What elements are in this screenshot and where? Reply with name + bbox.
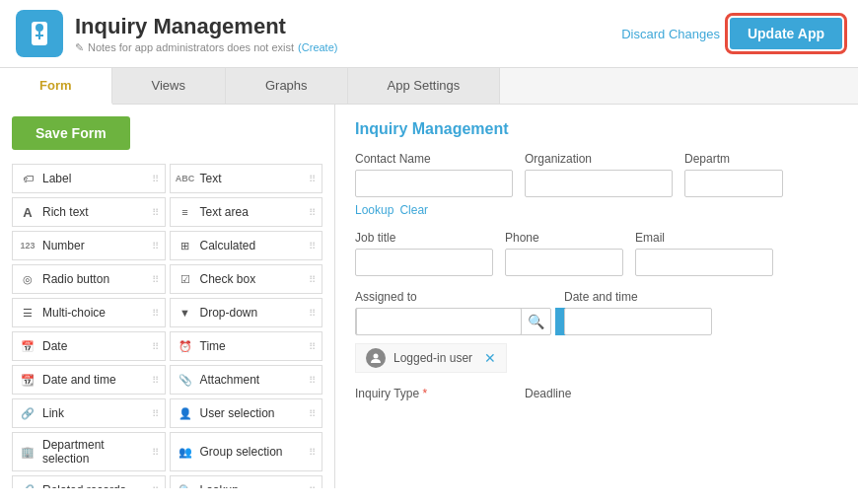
logged-in-user-tag: Logged-in user ✕ [355,343,507,373]
department-input[interactable] [684,170,783,197]
field-item-lookup[interactable]: 🔍 Lookup ⠿ [170,475,323,488]
field-item-time[interactable]: ⏰ Time ⠿ [170,331,323,361]
department-label: Departm [684,152,783,166]
field-item-related-records[interactable]: 🔗 Related records ⠿ [12,475,166,488]
field-calculated-label: Calculated [200,239,256,252]
form-field-phone: Phone [505,231,623,276]
field-item-dropdown[interactable]: ▼ Drop-down ⠿ [170,298,323,327]
main-content: Save Form 🏷 Label ⠿ ABC Text ⠿ A Rich te… [0,105,858,488]
job-title-input[interactable] [355,249,493,276]
field-multi-choice-label: Multi-choice [42,306,106,320]
drag-handle: ⠿ [152,174,159,184]
logged-in-close-button[interactable]: ✕ [484,350,496,366]
drag-handle: ⠿ [152,341,159,352]
field-item-multi-choice[interactable]: ☰ Multi-choice ⠿ [12,298,166,327]
form-field-organization: Organization [525,152,673,217]
svg-point-1 [36,24,43,32]
field-item-user-selection[interactable]: 👤 User selection ⠿ [170,398,323,428]
drag-handle: ⠿ [152,408,159,419]
form-preview-title: Inquiry Management [355,120,838,138]
drag-handle: ⠿ [309,308,316,319]
field-text-area-label: Text area [200,205,249,219]
drag-handle: ⠿ [309,408,316,419]
field-dept-selection-label: Department selection [42,438,146,466]
drag-handle: ⠿ [309,375,316,386]
form-field-job-title: Job title [355,231,493,276]
create-link[interactable]: (Create) [298,41,337,53]
checkbox-icon: ☑ [177,270,194,288]
label-icon: 🏷 [19,170,36,187]
field-user-selection-label: User selection [200,406,275,420]
text-area-icon: ≡ [177,203,194,221]
field-item-date-time[interactable]: 📆 Date and time ⠿ [12,365,166,395]
link-icon: 🔗 [19,404,36,422]
field-attachment-label: Attachment [200,373,260,387]
field-item-attachment[interactable]: 📎 Attachment ⠿ [170,365,323,395]
field-item-text[interactable]: ABC Text ⠿ [170,164,323,193]
field-item-text-area[interactable]: ≡ Text area ⠿ [170,197,323,227]
logged-in-avatar [366,348,386,368]
calculated-icon: ⊞ [177,237,194,254]
deadline-label: Deadline [525,387,643,400]
field-date-label: Date [42,339,67,353]
tab-graphs[interactable]: Graphs [226,68,348,104]
tab-app-settings[interactable]: App Settings [348,68,501,104]
logged-in-user-label: Logged-in user [393,351,472,365]
field-item-dept-selection[interactable]: 🏢 Department selection ⠿ [12,432,166,471]
field-item-rich-text[interactable]: A Rich text ⠿ [12,197,166,227]
assigned-to-controls: 🔍 [355,308,552,335]
app-title: Inquiry Management [75,14,337,39]
text-icon: ABC [177,170,194,187]
update-app-button[interactable]: Update App [730,18,842,49]
svg-point-5 [374,354,379,359]
date-time-icon: 📆 [19,371,36,389]
form-field-contact-name: Contact Name Lookup Clear [355,152,513,217]
email-input[interactable] [635,249,773,276]
drag-handle: ⠿ [152,375,159,386]
phone-input[interactable] [505,249,623,276]
organization-label: Organization [525,152,673,166]
drag-handle: ⠿ [152,485,159,489]
right-panel-form-preview: Inquiry Management Contact Name Lookup C… [335,105,858,488]
field-number-label: Number [42,239,85,252]
date-time-input[interactable] [564,308,712,335]
contact-name-input[interactable] [355,170,513,197]
field-item-label[interactable]: 🏷 Label ⠿ [12,164,166,193]
assigned-search-button[interactable]: 🔍 [522,314,550,329]
form-row-assigned: Assigned to 🔍 [355,290,838,373]
left-panel: Save Form 🏷 Label ⠿ ABC Text ⠿ A Rich te… [0,105,335,488]
field-item-link[interactable]: 🔗 Link ⠿ [12,398,166,428]
assigned-to-input[interactable] [356,308,522,335]
field-text-label: Text [200,172,222,185]
field-item-date[interactable]: 📅 Date ⠿ [12,331,166,361]
field-item-checkbox[interactable]: ☑ Check box ⠿ [170,264,323,294]
field-grid: 🏷 Label ⠿ ABC Text ⠿ A Rich text ⠿ ≡ Tex… [12,164,322,488]
field-item-radio[interactable]: ◎ Radio button ⠿ [12,264,166,294]
field-item-number[interactable]: 123 Number ⠿ [12,231,166,260]
organization-input[interactable] [525,170,673,197]
field-dropdown-label: Drop-down [200,306,258,320]
tab-views[interactable]: Views [112,68,226,104]
save-form-button[interactable]: Save Form [12,116,130,150]
tab-form[interactable]: Form [0,68,112,105]
clear-button[interactable]: Clear [399,203,428,217]
form-field-department: Departm [684,152,783,217]
form-row-contact: Contact Name Lookup Clear Organization D… [355,152,838,217]
lookup-button[interactable]: Lookup [355,203,393,217]
assigned-input-wrap: 🔍 [355,308,551,335]
field-item-calculated[interactable]: ⊞ Calculated ⠿ [170,231,323,260]
header-right: Discard Changes Update App [621,18,842,49]
attachment-icon: 📎 [177,371,194,389]
discard-changes-button[interactable]: Discard Changes [621,27,720,41]
contact-name-label: Contact Name [355,152,513,166]
job-title-label: Job title [355,231,493,245]
app-title-block: Inquiry Management ✎ Notes for app admin… [75,14,337,54]
radio-icon: ◎ [19,270,36,288]
form-row-job: Job title Phone Email [355,231,838,276]
field-item-group-selection[interactable]: 👥 Group selection ⠿ [170,432,323,471]
field-lookup-label: Lookup [200,483,239,488]
drag-handle: ⠿ [152,308,159,319]
drag-handle: ⠿ [309,174,316,184]
drag-handle: ⠿ [152,241,159,252]
drag-handle: ⠿ [309,485,316,489]
